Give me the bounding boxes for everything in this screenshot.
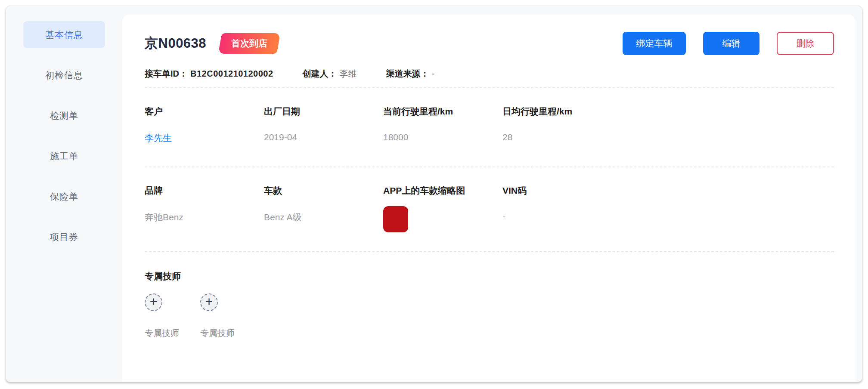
sidebar-item-insurance-order[interactable]: 保险单 <box>23 183 105 210</box>
technician-section: 专属技师 + 专属技师 + 专属技师 <box>145 270 834 339</box>
field-customer: 客户 李先生 <box>145 105 264 144</box>
creator-value: 李维 <box>340 68 357 80</box>
technician-slot-label: 专属技师 <box>200 327 256 339</box>
vin-label: VIN码 <box>502 185 622 197</box>
title-wrap: 京N00638 首次到店 <box>145 33 279 54</box>
customer-value-link[interactable]: 李先生 <box>145 132 264 144</box>
edit-button[interactable]: 编辑 <box>703 32 760 55</box>
field-daily-mileage: 日均行驶里程/km 28 <box>502 105 622 144</box>
meta-row: 接车单ID： B12C001210120002 创建人： 李维 渠道来源： - <box>145 68 834 80</box>
info-row-customer: 客户 李先生 出厂日期 2019-04 当前行驶里程/km 18000 日均行驶… <box>145 105 834 159</box>
technician-slots: + 专属技师 + 专属技师 <box>145 293 834 339</box>
meta-item-order-id: 接车单ID： B12C001210120002 <box>145 68 273 80</box>
creator-label: 创建人： <box>303 68 337 80</box>
sidebar-item-inspection-order[interactable]: 检测单 <box>23 102 105 129</box>
sidebar: 基本信息 初检信息 检测单 施工单 保险单 项目券 <box>6 6 122 382</box>
dashed-divider <box>145 251 834 252</box>
vin-value: - <box>502 211 622 222</box>
header-row: 京N00638 首次到店 绑定车辆 编辑 删除 <box>145 32 834 55</box>
technician-slot: + 专属技师 <box>200 293 256 339</box>
main-panel: 京N00638 首次到店 绑定车辆 编辑 删除 接车单ID： B12C00121… <box>122 15 856 382</box>
add-technician-button[interactable]: + <box>200 293 218 311</box>
model-label: 车款 <box>264 185 383 197</box>
first-visit-badge-label: 首次到店 <box>231 37 267 49</box>
field-factory-date: 出厂日期 2019-04 <box>264 105 383 144</box>
current-mileage-label: 当前行驶里程/km <box>383 105 502 117</box>
app-thumbnail-label: APP上的车款缩略图 <box>383 185 502 197</box>
channel-source-value: - <box>432 69 435 79</box>
sidebar-item-work-order[interactable]: 施工单 <box>23 142 105 170</box>
info-row-vehicle: 品牌 奔驰Benz 车款 Benz A级 APP上的车款缩略图 VIN码 - <box>145 185 834 244</box>
customer-label: 客户 <box>145 105 264 117</box>
sidebar-item-initial-check[interactable]: 初检信息 <box>23 62 105 89</box>
sidebar-item-basic-info[interactable]: 基本信息 <box>23 21 105 48</box>
vehicle-detail-card: 基本信息 初检信息 检测单 施工单 保险单 项目券 京N00638 首次到店 绑… <box>6 6 862 382</box>
daily-mileage-value: 28 <box>502 132 622 142</box>
factory-date-value: 2019-04 <box>264 132 383 142</box>
dashed-divider <box>145 167 834 167</box>
channel-source-label: 渠道来源： <box>386 68 429 80</box>
technician-section-title: 专属技师 <box>145 270 834 282</box>
order-id-value: B12C001210120002 <box>190 69 273 79</box>
field-brand: 品牌 奔驰Benz <box>145 185 264 232</box>
meta-item-creator: 创建人： 李维 <box>303 68 357 80</box>
brand-value: 奔驰Benz <box>145 211 264 223</box>
vehicle-thumbnail-image[interactable] <box>383 206 408 232</box>
technician-slot: + 专属技师 <box>145 293 200 339</box>
sidebar-item-project-coupon[interactable]: 项目券 <box>23 223 105 250</box>
technician-slot-label: 专属技师 <box>145 327 200 339</box>
plus-icon: + <box>150 295 158 308</box>
dashed-divider <box>145 87 834 88</box>
add-technician-button[interactable]: + <box>145 293 162 311</box>
brand-label: 品牌 <box>145 185 264 197</box>
current-mileage-value: 18000 <box>383 132 502 142</box>
model-value: Benz A级 <box>264 211 383 223</box>
factory-date-label: 出厂日期 <box>264 105 383 117</box>
field-current-mileage: 当前行驶里程/km 18000 <box>383 105 502 144</box>
daily-mileage-label: 日均行驶里程/km <box>502 105 622 117</box>
field-app-thumbnail: APP上的车款缩略图 <box>383 185 502 232</box>
meta-item-channel-source: 渠道来源： - <box>386 68 435 80</box>
page-title-plate-number: 京N00638 <box>145 34 206 52</box>
first-visit-badge: 首次到店 <box>218 33 280 54</box>
field-model: 车款 Benz A级 <box>264 185 383 232</box>
field-vin: VIN码 - <box>502 185 622 232</box>
bind-vehicle-button[interactable]: 绑定车辆 <box>623 32 686 55</box>
action-button-group: 绑定车辆 编辑 删除 <box>623 32 834 55</box>
plus-icon: + <box>205 295 213 308</box>
order-id-label: 接车单ID： <box>145 68 188 80</box>
delete-button[interactable]: 删除 <box>777 32 834 55</box>
